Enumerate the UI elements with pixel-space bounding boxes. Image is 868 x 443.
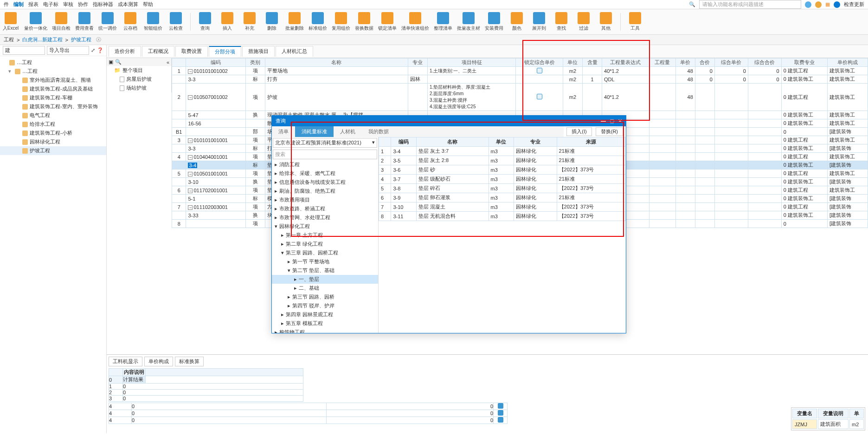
ribbon-item[interactable]: 云检查 — [167, 12, 185, 32]
tree-node[interactable]: 建筑装饰工程-成品房及基础 — [0, 85, 106, 93]
user-icon[interactable] — [805, 1, 811, 8]
checkbox[interactable] — [498, 417, 503, 423]
build-select[interactable]: 建 — [3, 46, 45, 55]
menu-item[interactable]: 件 — [4, 1, 9, 8]
menu-item[interactable]: 成本测算 — [118, 1, 138, 8]
result-row[interactable]: 83-11垫层 无机混合料m3园林绿化【2022】373号 — [379, 212, 626, 221]
checkbox[interactable] — [498, 410, 503, 416]
ribbon-item[interactable]: 安装费用 — [485, 12, 503, 32]
help-icon[interactable]: ❓ — [97, 47, 103, 53]
category-node[interactable]: ▸ 第一节 平整场地 — [272, 257, 378, 266]
result-row[interactable]: 33-6垫层 砂m3园林绿化【2022】373号 — [379, 165, 626, 175]
menu-item[interactable]: 协作 — [78, 1, 88, 8]
dialog-tab[interactable]: 人材机 — [334, 126, 362, 137]
main-tab[interactable]: 人材机汇总 — [276, 46, 313, 57]
ribbon-item[interactable]: 标准组价 — [309, 12, 327, 32]
category-node[interactable]: ▾ 第二节 垫层、基础 — [272, 266, 378, 275]
grid-row[interactable]: 3-3标打夯园林m21QDL480000 建筑装饰工建筑装饰工 — [172, 75, 868, 84]
ribbon-item[interactable]: 查找 — [553, 12, 570, 32]
menu-item[interactable]: 报表 — [28, 1, 39, 8]
collapse-icon[interactable]: « — [167, 59, 169, 65]
category-node[interactable]: ▸ 消防工程 — [272, 160, 378, 169]
category-node[interactable]: ▸ 一、垫层 — [272, 275, 378, 284]
ribbon-item[interactable]: 云存档 — [122, 12, 139, 32]
ribbon-item[interactable]: 删除 — [263, 12, 281, 32]
dialog-tab[interactable]: 消耗量标准 — [295, 126, 334, 137]
menu-item[interactable]: 审核 — [63, 1, 73, 8]
tree-node[interactable]: 电气工程 — [0, 111, 106, 120]
ribbon-item[interactable]: 补充 — [241, 12, 258, 32]
tree-node[interactable]: 建筑装饰工程-室内、室外装饰 — [0, 102, 106, 111]
main-tab[interactable]: 取费设置 — [175, 46, 208, 57]
ribbon-item[interactable]: 查询 — [196, 12, 214, 32]
insert-button[interactable]: 插入(I) — [566, 127, 592, 136]
tree-node[interactable]: 建筑装饰工程-小桥 — [0, 129, 106, 137]
subproj-item[interactable]: 场站护坡 — [126, 85, 147, 91]
main-tab[interactable]: 措施项目 — [242, 46, 275, 57]
ribbon-item[interactable]: 批量删除 — [285, 12, 304, 32]
result-row[interactable]: 63-9垫层 卵石灌浆m3园林绿化21标准 — [379, 193, 626, 202]
main-tab[interactable]: 造价分析 — [109, 46, 141, 57]
category-node[interactable]: ▸ 第三节 园路、园桥 — [272, 293, 378, 301]
minimize-icon[interactable]: ▬ — [601, 118, 606, 124]
menu-item[interactable]: 电子标 — [43, 1, 58, 8]
ribbon-item[interactable]: 量价一体化 — [24, 12, 47, 32]
tree-node[interactable]: 建筑装饰工程-车棚 — [0, 93, 106, 102]
breadcrumb-item[interactable]: 护坡工程 — [71, 36, 91, 43]
io-select[interactable]: 导入导出 — [47, 46, 89, 55]
category-node[interactable]: ▾ 园林绿化工程 — [272, 222, 378, 231]
category-node[interactable]: ▸ 第四节 驳岸、护岸 — [272, 301, 378, 310]
category-node[interactable]: ▸ 市政管网、水处理工程 — [272, 213, 378, 222]
ribbon-item[interactable]: 统一调价 — [98, 12, 117, 32]
tree-node[interactable]: ▾…工程 — [0, 67, 106, 76]
category-node[interactable]: ▸ 第五章 模板工程 — [272, 319, 378, 328]
category-node[interactable]: ▸ 第二章 绿化工程 — [272, 240, 378, 248]
bottom-tab[interactable]: 单价构成 — [144, 357, 173, 366]
tree-node[interactable]: …工程 — [0, 58, 106, 67]
ribbon-item[interactable]: 智能组价 — [144, 12, 162, 32]
dialog-title-bar[interactable]: 查询 ▬▢✕ — [272, 116, 626, 126]
result-row[interactable]: 43-7垫层 级配砂石m3园林绿化21标准 — [379, 175, 626, 184]
ribbon-item[interactable]: 工具 — [626, 12, 644, 32]
subproj-item[interactable]: 房屋后护坡 — [126, 76, 152, 83]
tree-node[interactable]: 护坡工程 — [0, 146, 106, 155]
expand-icon[interactable]: ▣ — [109, 59, 113, 65]
menu-item[interactable]: 指标神器 — [93, 1, 113, 8]
dialog-tab[interactable]: 清单 — [272, 126, 295, 137]
search-input[interactable]: 请输入功能名称或问题描述 — [699, 0, 801, 9]
ribbon-item[interactable]: 替换数据 — [355, 12, 373, 32]
subproj-root[interactable]: 整个项目 — [122, 67, 143, 74]
ribbon-item[interactable]: 入Excel — [2, 12, 19, 32]
tree-node[interactable]: 园林绿化工程 — [0, 137, 106, 146]
grid-icon[interactable]: ▦ — [825, 1, 830, 7]
category-node[interactable]: ▸ 二、基础 — [272, 284, 378, 293]
check-update-button[interactable]: 检查更新 — [844, 1, 864, 8]
grid-row[interactable]: 1−010101001002项平整场地1.土壤类别:一、二类土m240*1.24… — [172, 67, 868, 75]
standard-select[interactable]: 北京市建设工程预算消耗量标准(2021) — [275, 139, 372, 146]
ribbon-item[interactable]: 其他 — [597, 12, 615, 32]
maximize-icon[interactable]: ▢ — [610, 118, 614, 124]
refresh-icon[interactable] — [834, 1, 840, 8]
replace-button[interactable]: 替换(R) — [596, 127, 623, 136]
category-node[interactable]: ▸ 市政道路、桥涵工程 — [272, 204, 378, 213]
checkbox[interactable] — [498, 403, 503, 409]
main-tab[interactable]: 工程概况 — [142, 46, 174, 57]
result-row[interactable]: 13-4垫层 灰土 3:7m3园林绿化21标准 — [379, 147, 626, 156]
tree-node[interactable]: 室外地面沥青混凝土、围墙 — [0, 76, 106, 85]
category-node[interactable]: ▾ 第三章 园路、园桥工程 — [272, 248, 378, 257]
menu-item[interactable]: 编制 — [13, 1, 24, 8]
dialog-search[interactable]: 搜索 — [273, 150, 377, 159]
ribbon-item[interactable]: 颜色 — [508, 12, 526, 32]
ribbon-item[interactable]: 费用查看 — [75, 12, 94, 32]
ribbon-item[interactable]: 清单快速组价 — [401, 12, 429, 32]
category-node[interactable]: ▸ 构筑物工程 — [272, 328, 378, 333]
bottom-tab[interactable]: 标准换算 — [175, 357, 204, 366]
menu-item[interactable]: 帮助 — [143, 1, 153, 8]
ribbon-item[interactable]: 项目自检 — [52, 12, 71, 32]
category-node[interactable]: ▸ 市政通用项目 — [272, 195, 378, 204]
close-icon[interactable]: ✕ — [618, 118, 622, 124]
ribbon-item[interactable]: 批量改主材 — [457, 12, 480, 32]
ribbon-item[interactable]: 展开到 — [530, 12, 548, 32]
main-tab[interactable]: 分部分项 — [209, 46, 241, 57]
var-cell[interactable]: JZMJ — [792, 419, 817, 429]
